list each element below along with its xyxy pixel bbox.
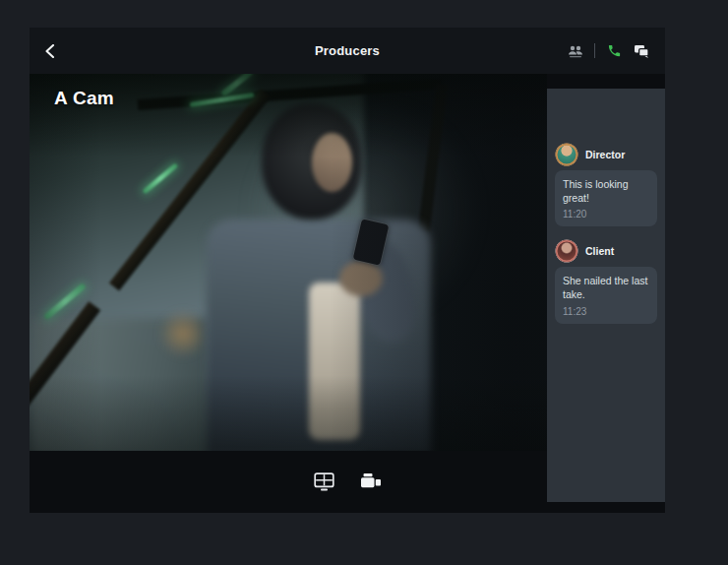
back-button[interactable] [44, 38, 70, 64]
participants-button[interactable] [567, 42, 584, 60]
chat-author-name: Director [585, 149, 625, 160]
camera-feed-tile[interactable]: A Cam [30, 74, 547, 451]
chat-author-row: Director [547, 144, 665, 165]
call-button[interactable] [605, 42, 623, 60]
chat-message-bubble: She nailed the last take. 11:23 [555, 267, 657, 323]
chat-message-time: 11:20 [563, 209, 649, 220]
chat-sidebar: Director This is looking great! 11:20 Cl… [547, 89, 665, 502]
video-camera-icon [360, 472, 382, 490]
chevron-left-icon [44, 44, 55, 58]
topbar-divider [594, 43, 595, 58]
multiview-button[interactable] [312, 470, 335, 493]
top-bar: Producers [30, 28, 665, 74]
chat-message-text: This is looking great! [563, 178, 649, 205]
topbar-actions [567, 42, 650, 60]
chat-message-time: 11:23 [563, 306, 649, 317]
chat-message-text: She nailed the last take. [563, 275, 649, 301]
participants-icon [568, 44, 583, 58]
multiview-grid-icon [314, 472, 334, 491]
client-avatar [556, 240, 577, 262]
desktop-background: { "topbar": { "title": "Producers", "ico… [0, 0, 728, 565]
director-avatar [556, 144, 577, 165]
phone-call-icon [607, 43, 622, 58]
camera-name-label: A Cam [54, 88, 114, 109]
chat-toggle-button[interactable] [633, 42, 650, 60]
app-window: Producers [30, 28, 665, 513]
chat-author-name: Client [585, 245, 614, 257]
chat-messages-icon [634, 44, 649, 58]
camera-feed-image [30, 74, 547, 451]
camera-switch-button[interactable] [359, 470, 383, 493]
chat-author-row: Client [547, 240, 665, 262]
chat-message-bubble: This is looking great! 11:20 [555, 170, 657, 226]
bottom-control-bar [30, 465, 665, 498]
